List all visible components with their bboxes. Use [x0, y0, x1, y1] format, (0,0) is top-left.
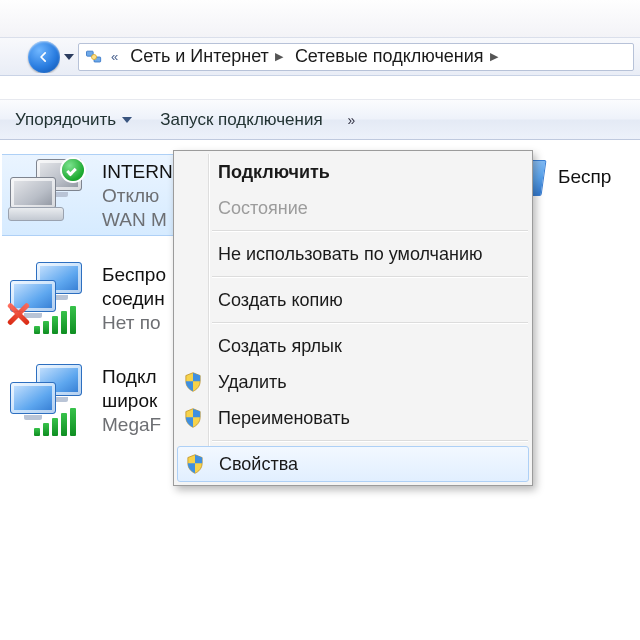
ctx-label: Свойства: [219, 454, 298, 475]
connection-title-line2: широк: [102, 390, 161, 412]
breadcrumb-label: Сетевые подключения: [295, 46, 484, 67]
ctx-status: Состояние: [176, 190, 530, 226]
chevron-down-icon: [64, 54, 74, 60]
signal-bars-icon: [34, 408, 76, 436]
ctx-no-default[interactable]: Не использовать по умолчанию: [176, 236, 530, 272]
connection-icon: [4, 159, 92, 229]
chevron-right-icon: ▶: [490, 50, 498, 63]
ctx-rename[interactable]: Переименовать: [176, 400, 530, 436]
breadcrumb-seg-connections[interactable]: Сетевые подключения ▶: [289, 44, 504, 70]
ctx-shortcut[interactable]: Создать ярлык: [176, 328, 530, 364]
menu-separator: [212, 230, 528, 232]
ctx-label: Удалить: [218, 372, 287, 393]
svg-point-2: [92, 54, 97, 59]
navigation-bar: « Сеть и Интернет ▶ Сетевые подключения …: [0, 38, 640, 76]
signal-bars-icon: [34, 306, 76, 334]
shield-icon: [184, 408, 202, 428]
menu-separator: [212, 440, 528, 442]
status-ok-icon: [62, 159, 84, 181]
arrow-left-icon: [37, 50, 51, 64]
connection-device-line: MegaF: [102, 414, 161, 436]
connection-title: Беспр: [558, 166, 611, 188]
breadcrumb-overflow-icon[interactable]: «: [105, 49, 124, 64]
nav-back-button[interactable]: [28, 41, 60, 73]
spacer: [0, 76, 640, 100]
ctx-label: Не использовать по умолчанию: [218, 244, 483, 265]
location-icon: [83, 47, 105, 67]
nav-history-dropdown[interactable]: [64, 54, 74, 60]
connection-icon: [4, 262, 92, 332]
connection-status-line: Нет по: [102, 312, 166, 334]
ctx-label: Состояние: [218, 198, 308, 219]
shield-icon: [186, 454, 204, 474]
context-menu: Подключить Состояние Не использовать по …: [173, 150, 533, 486]
overflow-glyph: »: [348, 112, 356, 128]
menu-separator: [212, 276, 528, 278]
ctx-label: Создать копию: [218, 290, 343, 311]
ctx-copy[interactable]: Создать копию: [176, 282, 530, 318]
breadcrumb-seg-network[interactable]: Сеть и Интернет ▶: [124, 44, 289, 70]
content-area: Беспр INTERNET Отклю WAN M: [0, 140, 640, 640]
connection-title: Беспро: [102, 264, 166, 286]
shield-icon: [184, 372, 202, 392]
connection-title-line2: соедин: [102, 288, 166, 310]
ctx-label: Подключить: [218, 162, 330, 183]
toolbar-label: Запуск подключения: [160, 110, 322, 130]
ctx-connect[interactable]: Подключить: [176, 154, 530, 190]
breadcrumb-label: Сеть и Интернет: [130, 46, 269, 67]
ctx-delete[interactable]: Удалить: [176, 364, 530, 400]
ctx-properties[interactable]: Свойства: [177, 446, 529, 482]
toolbar-overflow-button[interactable]: »: [340, 112, 364, 128]
connection-title: Подкл: [102, 366, 161, 388]
toolbar: Упорядочить Запуск подключения »: [0, 100, 640, 140]
status-error-icon: [4, 300, 32, 328]
connection-icon: [4, 364, 92, 434]
menu-separator: [212, 322, 528, 324]
window-titlebar: [0, 0, 640, 38]
modem-icon: [8, 207, 64, 221]
breadcrumb[interactable]: « Сеть и Интернет ▶ Сетевые подключения …: [78, 43, 634, 71]
toolbar-start-connection-button[interactable]: Запуск подключения: [149, 105, 333, 135]
chevron-right-icon: ▶: [275, 50, 283, 63]
ctx-label: Переименовать: [218, 408, 350, 429]
toolbar-label: Упорядочить: [15, 110, 116, 130]
nav-back-area: [0, 41, 60, 73]
chevron-down-icon: [122, 117, 132, 123]
toolbar-organize-button[interactable]: Упорядочить: [4, 105, 143, 135]
ctx-label: Создать ярлык: [218, 336, 342, 357]
